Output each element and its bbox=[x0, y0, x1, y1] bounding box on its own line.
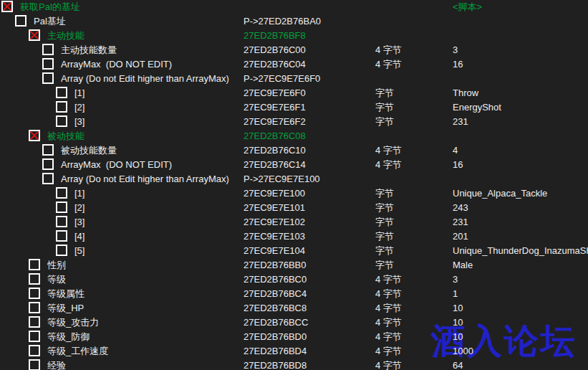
value-cell[interactable]: 16 bbox=[453, 57, 463, 72]
description-cell[interactable]: 被动技能 bbox=[47, 129, 85, 143]
address-cell[interactable]: 27EC9E7E100 bbox=[244, 186, 305, 201]
description-cell[interactable]: 等级_防御 bbox=[47, 330, 90, 344]
description-cell[interactable]: 主动技能数量 bbox=[61, 43, 117, 57]
address-list-row[interactable]: 性别 27ED2B76BB0 字节 Male bbox=[0, 258, 588, 272]
description-cell[interactable]: [4] bbox=[74, 229, 85, 244]
type-cell[interactable]: 4 字节 bbox=[375, 359, 402, 370]
value-cell[interactable]: 10 bbox=[453, 301, 463, 316]
address-cell[interactable]: 27ED2B76BCC bbox=[244, 316, 308, 330]
row-checkbox[interactable] bbox=[56, 201, 67, 213]
address-list-row[interactable]: ArrayMax (DO NOT EDIT) 27ED2B76C14 4 字节 … bbox=[0, 158, 588, 172]
description-cell[interactable]: [2] bbox=[74, 201, 85, 215]
value-cell[interactable]: 10 bbox=[453, 330, 463, 344]
address-cell[interactable]: 27ED2B76BC0 bbox=[244, 272, 307, 287]
description-cell[interactable]: [2] bbox=[74, 100, 85, 115]
type-cell[interactable]: 字节 bbox=[375, 201, 394, 215]
address-cell[interactable]: 27ED2B76BC8 bbox=[244, 301, 307, 316]
address-list-row[interactable]: [2] 27EC9E7E6F1 字节 EnergyShot bbox=[0, 100, 588, 115]
value-cell[interactable]: 243 bbox=[453, 201, 468, 215]
description-cell[interactable]: Pal基址 bbox=[34, 14, 66, 29]
address-cell[interactable]: 27EC9E7E6F0 bbox=[244, 86, 306, 100]
row-checkbox[interactable] bbox=[42, 58, 54, 70]
type-cell[interactable]: 字节 bbox=[375, 244, 394, 258]
address-list-row[interactable]: [5] 27EC9E7E104 字节 Unique_ThunderDog_Ina… bbox=[0, 244, 588, 258]
row-checkbox[interactable] bbox=[42, 72, 54, 84]
address-list-row[interactable]: 被动技能 27ED2B76C08 bbox=[0, 129, 588, 143]
description-cell[interactable]: 等级_工作速度 bbox=[47, 344, 108, 359]
type-cell[interactable]: 字节 bbox=[375, 229, 394, 244]
description-cell[interactable]: 等级_攻击力 bbox=[47, 316, 99, 330]
type-cell[interactable]: 4 字节 bbox=[375, 272, 402, 287]
address-list-row[interactable]: [2] 27EC9E7E101 字节 243 bbox=[0, 201, 588, 215]
type-cell[interactable]: 字节 bbox=[375, 100, 394, 115]
description-cell[interactable]: 性别 bbox=[47, 258, 66, 272]
row-checkbox[interactable] bbox=[42, 144, 54, 156]
value-cell[interactable]: <脚本> bbox=[453, 0, 482, 14]
description-cell[interactable]: Array (Do not Edit higher than ArrayMax) bbox=[61, 172, 229, 186]
value-cell[interactable]: 3 bbox=[453, 272, 458, 287]
address-cell[interactable]: 27ED2B76C04 bbox=[244, 57, 306, 72]
address-cell[interactable]: 27ED2B76BD8 bbox=[244, 359, 307, 370]
row-checkbox[interactable] bbox=[29, 288, 40, 299]
row-checkbox[interactable] bbox=[29, 316, 40, 328]
value-cell[interactable]: 1000 bbox=[453, 344, 473, 359]
row-checkbox[interactable] bbox=[56, 230, 67, 242]
address-list-row[interactable]: 等级_工作速度 27ED2B76BD4 4 字节 1000 bbox=[0, 344, 588, 359]
row-checkbox[interactable] bbox=[29, 130, 40, 141]
description-cell[interactable]: Array (Do not Edit higher than ArrayMax) bbox=[61, 72, 229, 86]
row-checkbox[interactable] bbox=[29, 331, 40, 342]
address-cell[interactable]: 27EC9E7E6F1 bbox=[244, 100, 306, 115]
type-cell[interactable]: 4 字节 bbox=[375, 301, 402, 316]
row-checkbox[interactable] bbox=[56, 101, 67, 113]
value-cell[interactable]: 1 bbox=[453, 287, 458, 301]
address-list-row[interactable]: 等级_攻击力 27ED2B76BCC 4 字节 10 bbox=[0, 316, 588, 330]
description-cell[interactable]: [3] bbox=[74, 115, 85, 129]
address-cell[interactable]: 27ED2B76BC4 bbox=[244, 287, 307, 301]
address-cell[interactable]: 27EC9E7E101 bbox=[244, 201, 305, 215]
value-cell[interactable]: Male bbox=[453, 258, 473, 272]
value-cell[interactable]: Throw bbox=[453, 86, 478, 100]
type-cell[interactable]: 4 字节 bbox=[375, 330, 402, 344]
address-list-row[interactable]: 主动技能数量 27ED2B76C00 4 字节 3 bbox=[0, 43, 588, 57]
description-cell[interactable]: 等级属性 bbox=[47, 287, 85, 301]
address-cell[interactable]: 27ED2B76BF8 bbox=[244, 29, 306, 43]
row-checkbox[interactable] bbox=[29, 359, 40, 370]
address-cell[interactable]: 27EC9E7E104 bbox=[244, 244, 305, 258]
row-checkbox[interactable] bbox=[42, 173, 54, 184]
description-cell[interactable]: 经验 bbox=[47, 359, 66, 370]
address-list-row[interactable]: [4] 27EC9E7E103 字节 201 bbox=[0, 229, 588, 244]
row-checkbox[interactable] bbox=[29, 273, 40, 285]
address-cell[interactable]: 27ED2B76C00 bbox=[244, 43, 306, 57]
description-cell[interactable]: [1] bbox=[74, 86, 85, 100]
row-checkbox[interactable] bbox=[56, 216, 67, 227]
address-list-row[interactable]: [1] 27EC9E7E100 字节 Unique_Alpaca_Tackle bbox=[0, 186, 588, 201]
row-checkbox[interactable] bbox=[29, 29, 40, 41]
value-cell[interactable]: Unique_Alpaca_Tackle bbox=[453, 186, 547, 201]
row-checkbox[interactable] bbox=[29, 345, 40, 356]
address-list-row[interactable]: ArrayMax (DO NOT EDIT) 27ED2B76C04 4 字节 … bbox=[0, 57, 588, 72]
row-checkbox[interactable] bbox=[42, 44, 54, 55]
type-cell[interactable]: 字节 bbox=[375, 215, 394, 229]
address-list-row[interactable]: [1] 27EC9E7E6F0 字节 Throw bbox=[0, 86, 588, 100]
description-cell[interactable]: 被动技能数量 bbox=[61, 143, 117, 158]
value-cell[interactable]: 4 bbox=[453, 143, 458, 158]
description-cell[interactable]: ArrayMax (DO NOT EDIT) bbox=[61, 57, 172, 72]
address-cell[interactable]: 27ED2B76BD0 bbox=[244, 330, 307, 344]
type-cell[interactable]: 4 字节 bbox=[375, 287, 402, 301]
description-cell[interactable]: 主动技能 bbox=[47, 29, 85, 43]
address-list-row[interactable]: Array (Do not Edit higher than ArrayMax)… bbox=[0, 172, 588, 186]
address-cell[interactable]: P->27ED2B76BA0 bbox=[244, 14, 321, 29]
description-cell[interactable]: [1] bbox=[74, 186, 85, 201]
address-cell[interactable]: 27EC9E7E103 bbox=[244, 229, 305, 244]
address-cell[interactable]: 27ED2B76C10 bbox=[244, 143, 306, 158]
type-cell[interactable]: 4 字节 bbox=[375, 344, 402, 359]
row-checkbox[interactable] bbox=[56, 245, 67, 256]
description-cell[interactable]: 等级_HP bbox=[47, 301, 84, 316]
value-cell[interactable]: 10 bbox=[453, 316, 463, 330]
address-cell[interactable]: 27EC9E7E6F2 bbox=[244, 115, 306, 129]
address-list-row[interactable]: 等级_防御 27ED2B76BD0 4 字节 10 bbox=[0, 330, 588, 344]
address-list-row[interactable]: Pal基址 P->27ED2B76BA0 bbox=[0, 14, 588, 29]
address-cell[interactable]: 27ED2B76BB0 bbox=[244, 258, 306, 272]
row-checkbox[interactable] bbox=[56, 115, 67, 127]
address-cell[interactable]: 27ED2B76BD4 bbox=[244, 344, 307, 359]
